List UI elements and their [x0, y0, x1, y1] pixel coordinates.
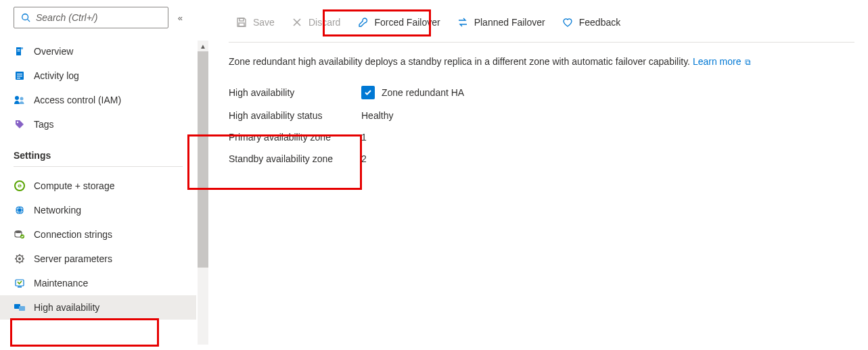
sidebar-item-compute-storage[interactable]: $ Compute + storage	[0, 174, 196, 198]
prop-label-standby-zone: Standby availability zone	[229, 153, 361, 164]
svg-point-10	[17, 122, 18, 123]
svg-rect-5	[17, 74, 22, 74]
discard-icon	[291, 16, 303, 28]
server-parameters-icon	[14, 253, 26, 265]
svg-rect-24	[19, 306, 25, 311]
feedback-button[interactable]: Feedback	[555, 12, 627, 32]
high-availability-icon	[14, 301, 26, 314]
description-text: Zone redundant high availability deploys…	[229, 43, 868, 75]
forced-failover-button[interactable]: Forced Failover	[350, 12, 447, 32]
svg-point-0	[22, 14, 28, 20]
sidebar-item-label: Connection strings	[34, 229, 112, 240]
heart-icon	[562, 16, 574, 28]
svg-rect-3	[18, 51, 20, 51]
prop-value-ha-checkbox-label: Zone redundant HA	[382, 87, 464, 98]
toolbar-button-label: Save	[253, 17, 275, 28]
sidebar-item-connection-strings[interactable]: Connection strings	[0, 222, 196, 247]
svg-rect-22	[18, 286, 22, 288]
prop-label-primary-zone: Primary availability zone	[229, 132, 361, 143]
sidebar-item-label: Access control (IAM)	[34, 95, 121, 105]
sidebar-item-access-control[interactable]: Access control (IAM)	[0, 88, 196, 112]
tags-icon	[14, 118, 26, 130]
sidebar-item-label: Activity log	[34, 70, 79, 81]
toolbar-button-label: Feedback	[579, 17, 620, 28]
properties-table: High availability Zone redundant HA High…	[229, 80, 868, 170]
networking-icon	[14, 204, 26, 216]
svg-rect-7	[17, 78, 20, 78]
prop-label-ha: High availability	[229, 87, 361, 98]
sidebar-item-label: High availability	[34, 302, 99, 313]
svg-point-14	[16, 206, 24, 214]
toolbar-button-label: Planned Failover	[474, 17, 545, 28]
collapse-sidebar-button[interactable]: «	[178, 13, 183, 23]
learn-more-link[interactable]: Learn more ⧉	[693, 56, 751, 67]
toolbar-button-label: Discard	[309, 17, 340, 28]
sidebar-item-label: Networking	[34, 205, 81, 216]
search-icon	[20, 11, 32, 24]
svg-rect-2	[18, 49, 20, 50]
sidebar-section-settings: Settings	[14, 141, 183, 167]
sidebar-item-high-availability[interactable]: High availability	[0, 295, 196, 320]
wrench-icon	[357, 16, 369, 28]
maintenance-icon	[14, 277, 26, 289]
sidebar-item-label: Maintenance	[34, 278, 88, 289]
swap-icon	[457, 16, 469, 28]
prop-value-primary-zone: 1	[361, 132, 367, 143]
sidebar-item-label: Overview	[34, 46, 73, 57]
overview-icon	[14, 45, 26, 57]
sidebar: « Overview Activity log Access control (…	[0, 0, 196, 350]
search-input[interactable]	[36, 12, 162, 23]
svg-point-20	[18, 257, 21, 260]
prop-value-standby-zone: 2	[361, 153, 367, 164]
svg-point-9	[20, 97, 24, 101]
svg-point-17	[15, 230, 22, 233]
svg-rect-6	[17, 76, 22, 76]
sidebar-item-server-parameters[interactable]: Server parameters	[0, 247, 196, 271]
compute-storage-icon: $	[14, 180, 26, 192]
discard-button[interactable]: Discard	[284, 12, 347, 32]
sidebar-item-maintenance[interactable]: Maintenance	[0, 271, 196, 295]
sidebar-item-overview[interactable]: Overview	[0, 39, 196, 64]
activity-log-icon	[14, 70, 26, 82]
sidebar-item-networking[interactable]: Networking	[0, 198, 196, 222]
svg-line-1	[28, 20, 30, 22]
external-link-icon: ⧉	[745, 57, 751, 67]
main-content: Save Discard Forced Failover Planned Fai…	[196, 0, 868, 350]
toolbar: Save Discard Forced Failover Planned Fai…	[229, 0, 854, 43]
connection-strings-icon	[14, 228, 26, 241]
prop-value-ha-status: Healthy	[361, 110, 393, 121]
zone-redundant-checkbox[interactable]	[361, 86, 375, 99]
planned-failover-button[interactable]: Planned Failover	[450, 12, 552, 32]
save-icon	[235, 16, 248, 28]
svg-rect-26	[239, 23, 244, 26]
sidebar-item-label: Server parameters	[34, 253, 112, 264]
sidebar-item-tags[interactable]: Tags	[0, 112, 196, 136]
search-box[interactable]	[14, 7, 168, 28]
sidebar-item-activity-log[interactable]: Activity log	[0, 64, 196, 88]
sidebar-item-label: Compute + storage	[34, 180, 114, 191]
svg-point-8	[15, 96, 19, 100]
access-control-icon	[14, 94, 26, 106]
save-button[interactable]: Save	[229, 12, 281, 32]
svg-rect-25	[239, 18, 244, 21]
sidebar-item-label: Tags	[34, 119, 54, 130]
toolbar-button-label: Forced Failover	[374, 17, 440, 28]
prop-label-ha-status: High availability status	[229, 110, 361, 121]
